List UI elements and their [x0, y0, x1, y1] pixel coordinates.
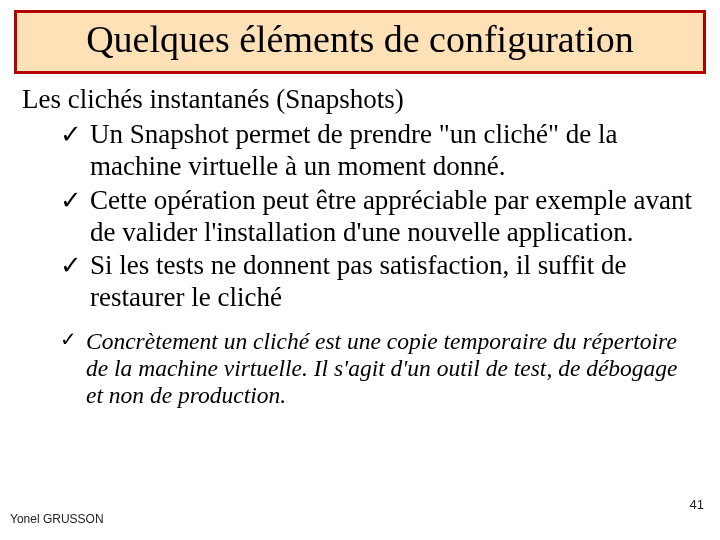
note-block: ✓ Concrètement un cliché est une copie t… [60, 328, 698, 409]
title-box: Quelques éléments de configuration [14, 10, 706, 74]
check-icon: ✓ [60, 328, 77, 351]
list-item: ✓ Si les tests ne donnent pas satisfacti… [60, 250, 698, 314]
check-icon: ✓ [60, 185, 82, 216]
body-content: Les clichés instantanés (Snapshots) ✓ Un… [22, 84, 698, 409]
list-item-text: Si les tests ne donnent pas satisfaction… [90, 250, 626, 312]
list-item: ✓ Un Snapshot permet de prendre "un clic… [60, 119, 698, 183]
bullet-list: ✓ Un Snapshot permet de prendre "un clic… [60, 119, 698, 314]
check-icon: ✓ [60, 250, 82, 281]
section-intro: Les clichés instantanés (Snapshots) [22, 84, 698, 115]
footer-page-number: 41 [690, 497, 704, 512]
note-text: Concrètement un cliché est une copie tem… [86, 328, 678, 408]
list-item-text: Cette opération peut être appréciable pa… [90, 185, 692, 247]
note-item: ✓ Concrètement un cliché est une copie t… [60, 328, 698, 409]
page-title: Quelques éléments de configuration [86, 18, 634, 60]
list-item-text: Un Snapshot permet de prendre "un cliché… [90, 119, 617, 181]
list-item: ✓ Cette opération peut être appréciable … [60, 185, 698, 249]
footer-author: Yonel GRUSSON [10, 512, 104, 526]
check-icon: ✓ [60, 119, 82, 150]
